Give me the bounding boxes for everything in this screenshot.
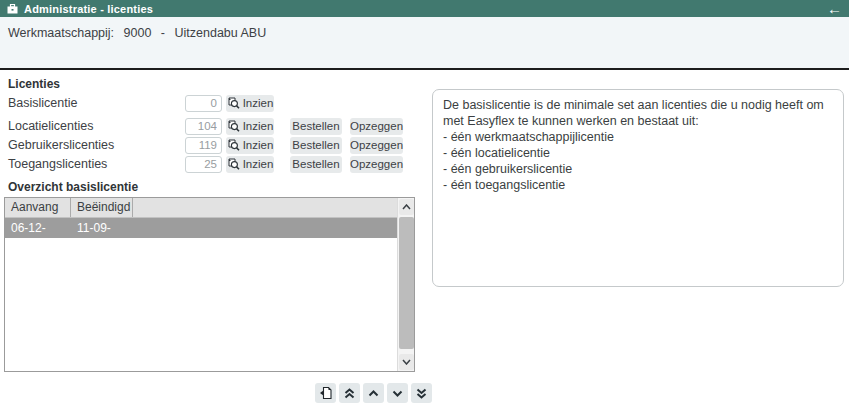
info-item: - één gebruikerslicentie (443, 161, 833, 177)
locatielicenties-opzeggen-button[interactable]: Opzeggen (350, 118, 403, 135)
first-record-button[interactable] (339, 383, 360, 403)
next-record-button[interactable] (387, 383, 408, 403)
toegangslicenties-bestellen-button[interactable]: Bestellen (290, 156, 342, 173)
chevron-up-icon (368, 390, 379, 397)
page-arrow-icon (319, 386, 333, 400)
license-row-basislicentie: Basislicentie Inzien (8, 94, 274, 112)
scrollbar-thumb[interactable] (399, 217, 414, 349)
werkmaatschappij-separator: - (161, 26, 165, 40)
info-item: - één werkmaatschappijlicentie (443, 129, 833, 145)
table-header-row: Aanvang Beëindigd (5, 198, 397, 218)
table-scrollbar[interactable] (397, 198, 414, 371)
table-row[interactable]: 06-12-2010 11-09-2011 (5, 218, 397, 238)
gebruikerslicenties-bestellen-button[interactable]: Bestellen (290, 137, 342, 154)
scroll-down-icon[interactable] (399, 354, 414, 370)
info-item: - één toegangslicentie (443, 177, 833, 193)
licenties-section-title: Licenties (8, 77, 60, 91)
page-title: Administratie - licenties (24, 3, 153, 15)
license-label: Basislicentie (8, 96, 185, 110)
license-row-locatielicenties: Locatielicenties Inzien Bestellen Opzegg… (8, 117, 403, 135)
cell-aanvang: 06-12-2010 (5, 218, 71, 238)
locatielicenties-count-field[interactable] (185, 118, 222, 135)
view-magnifier-icon (227, 158, 240, 170)
license-row-toegangslicenties: Toegangslicenties Inzien Bestellen Opzeg… (8, 155, 403, 173)
license-label: Toegangslicenties (8, 157, 185, 171)
column-header-aanvang[interactable]: Aanvang (5, 198, 71, 217)
bestellen-button-label: Bestellen (292, 120, 339, 132)
inzien-button-label: Inzien (243, 139, 274, 151)
basislicentie-table: Aanvang Beëindigd 06-12-2010 11-09-2011 (4, 197, 415, 372)
administratie-licenties-window: Administratie - licenties ← Werkmaatscha… (0, 0, 849, 408)
license-label: Gebruikerslicenties (8, 138, 185, 152)
toegangslicenties-count-field[interactable] (185, 156, 222, 173)
license-label: Locatielicenties (8, 119, 185, 133)
overzicht-section-title: Overzicht basislicentie (8, 180, 138, 194)
cell-beeindigd: 11-09-2011 (71, 218, 133, 238)
previous-record-button[interactable] (363, 383, 384, 403)
werkmaatschappij-code: 9000 (124, 26, 152, 40)
info-item: - één locatielicentie (443, 145, 833, 161)
record-navigation-bar (315, 383, 432, 403)
locatielicenties-inzien-button[interactable]: Inzien (226, 118, 274, 135)
column-header-beeindigd[interactable]: Beëindigd (71, 198, 133, 217)
opzeggen-button-label: Opzeggen (350, 158, 403, 170)
last-record-button[interactable] (411, 383, 432, 403)
chevron-down-icon (392, 390, 403, 397)
opzeggen-button-label: Opzeggen (350, 120, 403, 132)
werkmaatschappij-bar: Werkmaatschappij: 9000 - Uitzendabu ABU (0, 17, 849, 68)
gebruikerslicenties-count-field[interactable] (185, 137, 222, 154)
inzien-button-label: Inzien (243, 97, 274, 109)
view-magnifier-icon (227, 139, 240, 151)
inzien-button-label: Inzien (243, 158, 274, 170)
back-arrow-icon[interactable]: ← (827, 2, 842, 15)
double-chevron-up-icon (344, 388, 355, 399)
new-record-button[interactable] (315, 383, 336, 403)
inzien-button-label: Inzien (243, 120, 274, 132)
werkmaatschappij-name: Uitzendabu ABU (175, 26, 267, 40)
toegangslicenties-inzien-button[interactable]: Inzien (226, 156, 274, 173)
main-content: Licenties Basislicentie Inzien Locatieli… (0, 70, 849, 408)
double-chevron-down-icon (416, 388, 427, 399)
toegangslicenties-opzeggen-button[interactable]: Opzeggen (350, 156, 403, 173)
gebruikerslicenties-opzeggen-button[interactable]: Opzeggen (350, 137, 403, 154)
info-intro: De basislicentie is de minimale set aan … (443, 97, 833, 129)
basislicentie-count-field[interactable] (185, 95, 222, 112)
bestellen-button-label: Bestellen (292, 158, 339, 170)
basislicentie-info-panel: De basislicentie is de minimale set aan … (432, 89, 844, 287)
column-header-filler (133, 198, 397, 217)
briefcase-icon (7, 4, 18, 14)
license-row-gebruikerslicenties: Gebruikerslicenties Inzien Bestellen Opz… (8, 136, 403, 154)
scroll-up-icon[interactable] (399, 199, 414, 215)
view-magnifier-icon (227, 97, 240, 109)
gebruikerslicenties-inzien-button[interactable]: Inzien (226, 137, 274, 154)
bestellen-button-label: Bestellen (292, 139, 339, 151)
basislicentie-inzien-button[interactable]: Inzien (226, 95, 274, 112)
locatielicenties-bestellen-button[interactable]: Bestellen (290, 118, 342, 135)
title-bar: Administratie - licenties ← (0, 0, 849, 17)
werkmaatschappij-label: Werkmaatschappij: (8, 26, 114, 40)
view-magnifier-icon (227, 120, 240, 132)
opzeggen-button-label: Opzeggen (350, 139, 403, 151)
